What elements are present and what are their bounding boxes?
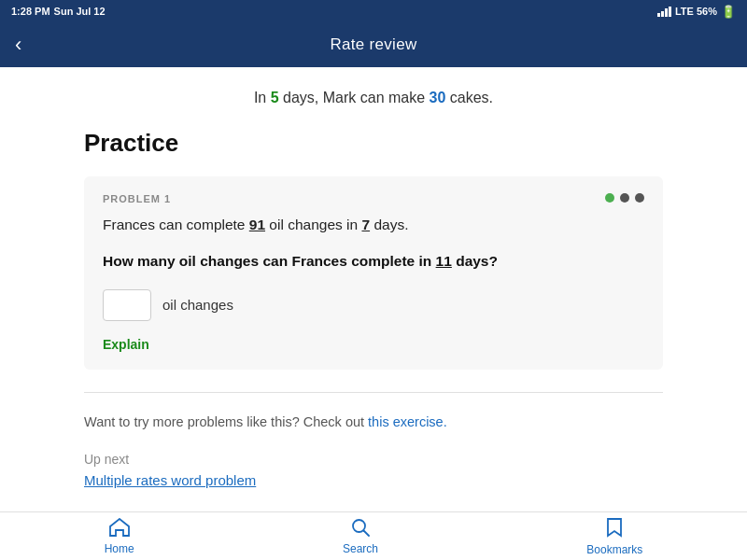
- intro-text: In 5 days, Mark can make 30 cakes.: [84, 90, 663, 106]
- svg-line-1: [363, 530, 369, 536]
- answer-input[interactable]: [103, 289, 151, 321]
- status-right: LTE 56% 🔋: [657, 5, 736, 19]
- status-bar: 1:28 PM Sun Jul 12 LTE 56% 🔋: [0, 0, 747, 22]
- bookmark-icon: [606, 517, 623, 540]
- nav-home[interactable]: Home: [105, 518, 134, 555]
- problem-statement: Frances can complete 91 oil changes in 7…: [103, 214, 644, 235]
- progress-dots: [605, 193, 644, 203]
- app-header: ‹ Rate review: [0, 22, 747, 67]
- dot-2: [620, 193, 629, 203]
- up-next-label: Up next: [84, 452, 663, 467]
- battery-icon: 🔋: [721, 5, 736, 19]
- page-title: Rate review: [15, 35, 732, 54]
- question-days: 11: [436, 253, 452, 269]
- intro-days: 5: [271, 90, 279, 105]
- dot-3: [635, 193, 644, 203]
- more-problems-text: Want to try more problems like this? Che…: [84, 412, 663, 433]
- back-button[interactable]: ‹: [15, 35, 21, 55]
- divider: [84, 392, 663, 393]
- section-title: Practice: [84, 129, 663, 158]
- signal-icon: [657, 7, 671, 17]
- problem-label: PROBLEM 1: [103, 193, 644, 204]
- problem-card: PROBLEM 1 Frances can complete 91 oil ch…: [84, 176, 663, 370]
- status-time: 1:28 PM: [11, 6, 50, 17]
- explain-button[interactable]: Explain: [103, 337, 149, 352]
- main-content: In 5 days, Mark can make 30 cakes. Pract…: [0, 67, 747, 511]
- nav-search[interactable]: Search: [343, 518, 378, 555]
- dot-1: [605, 193, 614, 203]
- status-left: 1:28 PM Sun Jul 12: [11, 6, 106, 17]
- bottom-nav: Home Search Bookmarks: [0, 511, 747, 560]
- lte-label: LTE 56%: [675, 6, 717, 17]
- nav-bookmarks-label: Bookmarks: [586, 543, 642, 556]
- intro-cakes: 30: [430, 90, 446, 105]
- nav-bookmarks[interactable]: Bookmarks: [586, 517, 642, 556]
- home-icon: [109, 518, 130, 539]
- search-icon: [351, 518, 370, 539]
- up-next-link[interactable]: Multiple rates word problem: [84, 472, 256, 488]
- num-oil-changes: 91: [249, 217, 265, 232]
- answer-row: oil changes: [103, 289, 644, 321]
- answer-unit-label: oil changes: [162, 297, 233, 313]
- status-day: Sun Jul 12: [54, 6, 106, 17]
- problem-question: How many oil changes can Frances complet…: [103, 250, 644, 272]
- num-days: 7: [361, 217, 370, 232]
- nav-search-label: Search: [343, 542, 378, 555]
- exercise-link[interactable]: this exercise.: [368, 414, 447, 429]
- nav-home-label: Home: [105, 542, 134, 555]
